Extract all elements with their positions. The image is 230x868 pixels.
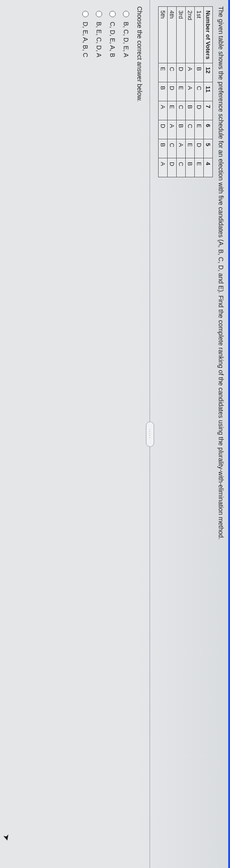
cell: B <box>177 120 186 139</box>
table-row: 3rd D E C B A C <box>177 7 186 177</box>
cell: D <box>195 139 204 158</box>
option-c[interactable]: B, E, C, D, A <box>95 11 103 862</box>
cell: E <box>159 63 168 82</box>
row-label: 2nd <box>186 7 195 63</box>
cell: D <box>159 120 168 139</box>
option-a[interactable]: B, C, D, E, A <box>122 11 130 862</box>
table-header-row: Number of Voters 12 11 7 6 5 4 <box>204 7 213 177</box>
col-0: 12 <box>204 63 213 82</box>
radio-icon[interactable] <box>82 11 89 17</box>
row-label: 5th <box>159 7 168 63</box>
row-label: 1st <box>195 7 204 63</box>
cell: D <box>168 158 177 177</box>
cell: A <box>186 63 195 82</box>
col-4: 5 <box>204 139 213 158</box>
cell: E <box>195 158 204 177</box>
option-b[interactable]: C, D, E, A, B <box>109 11 116 862</box>
col-2: 7 <box>204 101 213 120</box>
option-label: B, C, D, E, A <box>122 22 130 57</box>
cell: B <box>195 63 204 82</box>
cell: A <box>159 101 168 120</box>
col-3: 6 <box>204 120 213 139</box>
cell: B <box>186 158 195 177</box>
divider-handle-icon[interactable]: ····· <box>146 422 154 447</box>
cell: B <box>159 139 168 158</box>
table-row: 2nd A A B C E B <box>186 7 195 177</box>
cell: A <box>177 139 186 158</box>
cell: E <box>177 82 186 101</box>
option-label: B, E, C, D, A <box>95 22 103 57</box>
section-divider: ····· <box>150 0 150 868</box>
cell: B <box>159 82 168 101</box>
cell: A <box>159 158 168 177</box>
cursor-icon: ➤ <box>1 833 12 842</box>
col-5: 4 <box>204 158 213 177</box>
option-label: C, D, E, A, B <box>109 22 116 57</box>
row-label: 3rd <box>177 7 186 63</box>
cell: C <box>168 139 177 158</box>
cell: C <box>168 63 177 82</box>
cell: D <box>168 82 177 101</box>
table-row: 5th E B A D B A <box>159 7 168 177</box>
cell: D <box>195 101 204 120</box>
cell: E <box>186 139 195 158</box>
question-text: The given table shows the preference sch… <box>217 6 225 862</box>
cell: E <box>195 120 204 139</box>
question-viewport: The given table shows the preference sch… <box>0 0 230 868</box>
window-top-accent <box>228 0 230 868</box>
table-row: 1st B C D E D E <box>195 7 204 177</box>
cell: C <box>186 120 195 139</box>
instruction-text: Choose the correct answer below. <box>136 6 143 862</box>
radio-icon[interactable] <box>96 11 102 17</box>
option-d[interactable]: D, E, A, B, C <box>82 11 89 862</box>
cell: C <box>177 158 186 177</box>
cell: D <box>177 63 186 82</box>
col-1: 11 <box>204 82 213 101</box>
cell: C <box>177 101 186 120</box>
radio-icon[interactable] <box>109 11 116 17</box>
cell: B <box>186 101 195 120</box>
answer-options: B, C, D, E, A C, D, E, A, B B, E, C, D, … <box>82 6 130 862</box>
cell: E <box>168 101 177 120</box>
cell: A <box>168 120 177 139</box>
radio-icon[interactable] <box>123 11 129 17</box>
cell: C <box>195 82 204 101</box>
table-row: 4th C D E A C D <box>168 7 177 177</box>
row-label: 4th <box>168 7 177 63</box>
cell: A <box>186 82 195 101</box>
header-label: Number of Voters <box>204 7 213 63</box>
preference-table: Number of Voters 12 11 7 6 5 4 1st B C D… <box>158 6 213 177</box>
option-label: D, E, A, B, C <box>82 22 89 57</box>
